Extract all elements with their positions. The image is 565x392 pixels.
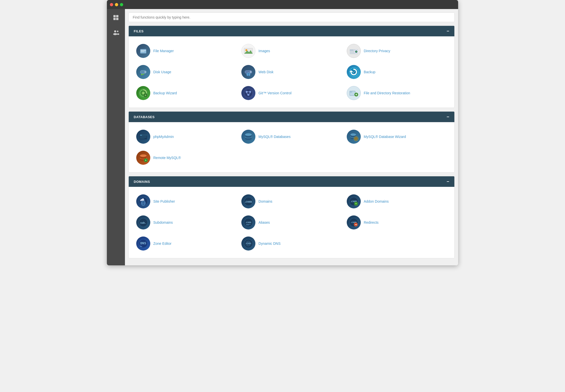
svg-point-65 (355, 138, 357, 140)
svg-rect-11 (141, 51, 146, 51)
databases-section-header[interactable]: DATABASES − (129, 112, 454, 122)
sidebar-users-icon[interactable] (111, 28, 121, 38)
mysql-databases-item[interactable]: MySQL® Databases (239, 126, 344, 147)
files-section-title: FILES (134, 29, 144, 33)
web-disk-item[interactable]: Web Disk (239, 61, 344, 83)
titlebar (107, 0, 458, 9)
svg-rect-49 (350, 92, 352, 93)
databases-section-title: DATABASES (134, 115, 155, 119)
subdomains-item[interactable]: sub. Subdomains (134, 212, 239, 233)
svg-point-4 (114, 30, 116, 32)
file-manager-label: File Manager (153, 49, 174, 53)
file-manager-icon (136, 44, 150, 58)
phpmyadmin-label: phpMyAdmin (153, 135, 174, 139)
svg-text:.com: .com (245, 200, 252, 203)
main-content: FILES − (125, 9, 458, 265)
domains-label: Domains (258, 199, 272, 203)
svg-text:sub.: sub. (140, 221, 146, 224)
directory-privacy-icon (347, 44, 361, 58)
svg-rect-10 (141, 50, 146, 50)
domains-icon: .com (241, 194, 255, 208)
phpmyadmin-item[interactable]: phpMyAdmin (134, 126, 239, 147)
maximize-dot[interactable] (120, 3, 123, 6)
web-disk-label: Web Disk (258, 70, 273, 74)
directory-privacy-label: Directory Privacy (364, 49, 390, 53)
git-icon (241, 86, 255, 100)
svg-point-43 (244, 89, 253, 97)
domains-section-header[interactable]: DOMAINS − (129, 176, 454, 187)
mysql-databases-label: MySQL® Databases (258, 135, 291, 139)
minimize-dot[interactable] (115, 3, 118, 6)
mysql-wizard-icon (347, 130, 361, 144)
backup-icon (347, 65, 361, 79)
main-layout: FILES − (107, 9, 458, 265)
dynamic-dns-item[interactable]: .com Dynamic DNS (239, 233, 344, 254)
files-section-header[interactable]: FILES − (129, 26, 454, 36)
images-item[interactable]: Images (239, 40, 344, 61)
svg-point-6 (117, 31, 118, 32)
backup-item[interactable]: Backup (344, 61, 449, 83)
svg-point-23 (145, 71, 146, 72)
addon-domains-label: Addon Domains (364, 199, 389, 203)
svg-point-5 (113, 33, 117, 35)
backup-wizard-label: Backup Wizard (153, 91, 177, 95)
domains-item[interactable]: .com Domains (239, 191, 344, 212)
file-dir-restoration-icon (347, 86, 361, 100)
file-dir-restoration-label: File and Directory Restoration (364, 91, 410, 95)
zone-editor-icon: DNS (136, 237, 150, 251)
redirects-label: Redirects (364, 220, 379, 224)
images-icon (241, 44, 255, 58)
disk-usage-label: Disk Usage (153, 70, 171, 74)
backup-wizard-icon (136, 86, 150, 100)
directory-privacy-item[interactable]: Directory Privacy (344, 40, 449, 61)
remote-mysql-item[interactable]: Remote MySQL® (134, 147, 239, 168)
svg-text:.com: .com (246, 220, 251, 223)
subdomains-icon: sub. (136, 215, 150, 229)
svg-point-28 (250, 71, 251, 72)
sidebar-grid-icon[interactable] (111, 13, 121, 23)
svg-rect-17 (350, 50, 353, 51)
svg-point-63 (350, 134, 356, 136)
backup-wizard-item[interactable]: Backup Wizard (134, 83, 239, 104)
svg-point-19 (356, 51, 357, 52)
files-section: FILES − (128, 26, 455, 108)
svg-rect-57 (140, 137, 147, 137)
site-publisher-icon (136, 194, 150, 208)
git-item[interactable]: Git™ Version Control (239, 83, 344, 104)
svg-rect-2 (113, 18, 116, 20)
site-publisher-item[interactable]: Site Publisher (134, 191, 239, 212)
backup-label: Backup (364, 70, 376, 74)
addon-domains-item[interactable]: .com Addon Domains (344, 191, 449, 212)
mysql-wizard-item[interactable]: MySQL® Database Wizard (344, 126, 449, 147)
search-input[interactable] (128, 13, 455, 22)
file-manager-item[interactable]: File Manager (134, 40, 239, 61)
domains-section-body: Site Publisher .com Domains (129, 187, 454, 258)
databases-section-body: phpMyAdmin MySQL® Databases (129, 122, 454, 172)
domains-section: DOMAINS − (128, 176, 455, 258)
svg-text:DNS: DNS (140, 241, 146, 245)
files-section-toggle[interactable]: − (447, 29, 449, 33)
dynamic-dns-icon: .com (241, 237, 255, 251)
addon-domains-icon: .com (347, 194, 361, 208)
app-window: FILES − (107, 0, 458, 265)
svg-rect-3 (116, 18, 118, 20)
disk-usage-item[interactable]: Disk Usage (134, 61, 239, 83)
svg-point-67 (140, 154, 147, 157)
close-dot[interactable] (110, 3, 113, 6)
databases-section-toggle[interactable]: − (447, 115, 449, 119)
svg-point-7 (117, 33, 119, 35)
domains-section-toggle[interactable]: − (447, 179, 449, 184)
svg-rect-56 (140, 136, 147, 136)
git-label: Git™ Version Control (258, 91, 292, 95)
mysql-db-icon (241, 130, 255, 144)
svg-rect-59 (140, 138, 145, 139)
redirects-item[interactable]: .com ⇒ Redirects (344, 212, 449, 233)
svg-rect-1 (116, 15, 118, 17)
zone-editor-item[interactable]: DNS Zone Editor (134, 233, 239, 254)
svg-rect-12 (141, 51, 144, 52)
web-disk-icon (241, 65, 255, 79)
svg-rect-58 (140, 137, 147, 138)
file-dir-restoration-item[interactable]: File and Directory Restoration (344, 83, 449, 104)
aliases-item[interactable]: .com Aliases (239, 212, 344, 233)
site-publisher-label: Site Publisher (153, 199, 175, 203)
